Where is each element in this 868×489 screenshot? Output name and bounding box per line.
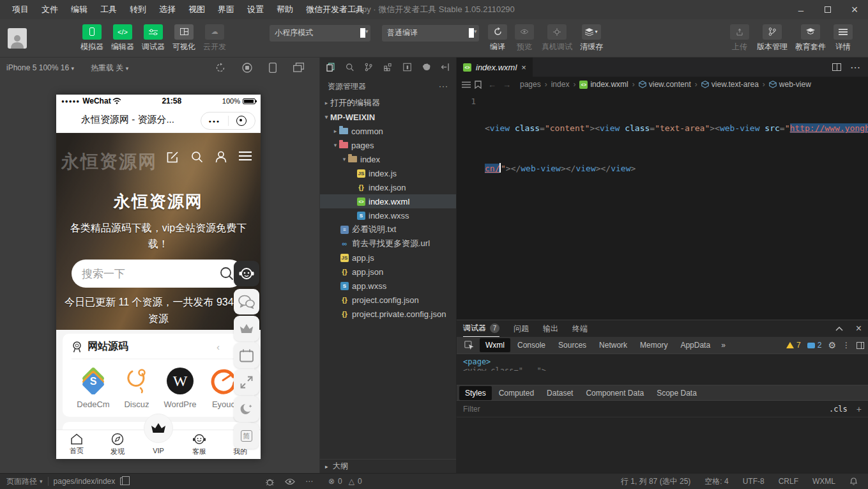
menu-select[interactable]: 选择 [153,1,181,18]
tree-folder-index[interactable]: ▾index [320,152,456,166]
crumb-index[interactable]: index [551,80,570,89]
menu-edit[interactable]: 编辑 [65,1,93,18]
wechat-chat-float-button[interactable] [234,289,259,314]
menu-view[interactable]: 视图 [183,1,211,18]
menu-interface[interactable]: 界面 [212,1,240,18]
tab-output[interactable]: 输出 [543,320,558,337]
encoding-setting[interactable]: UTF-8 [743,477,765,486]
collapse-sidebar-icon[interactable] [441,63,450,72]
tree-file-project-private-config[interactable]: {}project.private.config.json [320,307,456,321]
tab-component-data[interactable]: Component Data [580,386,650,400]
nav-forward-icon[interactable]: → [503,80,511,89]
outline-section[interactable]: ▸大纲 [320,459,456,473]
styles-filter-input[interactable] [463,405,829,414]
visual-toggle-button[interactable]: 可视化 [172,24,195,52]
crumb-view-content[interactable]: view.content [639,80,691,89]
compile-select[interactable]: 普通编译 ▾ [382,25,479,42]
collapse-panel-icon[interactable] [835,327,843,331]
page-path-select[interactable]: 页面路径▾ [6,476,43,487]
tree-file-index-js[interactable]: JSindex.js [320,166,456,180]
inspect-icon[interactable] [464,341,475,350]
editor-more-icon[interactable]: ⋯ [850,61,860,74]
tree-open-editors[interactable]: ▸打开的编辑器 [320,96,456,110]
tab-support[interactable]: 客服 [179,430,220,459]
edu-suite-button[interactable]: 教育套件 [795,24,826,52]
tab-debugger[interactable]: 调试器7 [463,320,499,337]
menu-goto[interactable]: 转到 [124,1,152,18]
tab-scope-data[interactable]: Scope Data [651,386,703,400]
tree-file-project-config[interactable]: {}project.config.json [320,293,456,307]
search-icon[interactable] [346,62,354,72]
tab-dataset[interactable]: Dataset [541,386,579,400]
cursor-position[interactable]: 行 1, 列 87 (选中 25) [621,476,690,487]
warning-counter[interactable]: 7 [786,341,801,350]
message-counter[interactable]: 2 [807,341,822,350]
nav-back-icon[interactable]: ← [488,80,496,89]
upload-button[interactable]: 上传 [730,24,749,52]
crumb-index-wxml[interactable]: <>index.wxml [579,80,628,89]
fullscreen-float-button[interactable] [234,369,259,395]
bug-icon[interactable] [265,477,275,486]
add-style-icon[interactable]: + [857,404,862,414]
translate-float-button[interactable]: 简 [234,423,259,449]
app-item-wordpress[interactable]: W WordPre [158,367,202,409]
devtools-tab-appdata[interactable]: AppData [674,338,716,352]
language-mode[interactable]: WXML [812,477,835,486]
menu-icon[interactable] [239,151,252,161]
tree-file-more-url[interactable]: ∞前去寻找更多资源.url [320,237,456,251]
carousel-prev-button[interactable]: ‹ [217,341,220,352]
devtools-settings-icon[interactable]: ⚙ [828,340,836,350]
preview-button[interactable]: 预览 [515,24,534,52]
close-button[interactable]: × [841,0,868,19]
tree-file-app-wxss[interactable]: Sapp.wxss [320,279,456,293]
search-icon[interactable] [191,151,203,163]
more-status-icon[interactable]: ⋯ [305,477,313,486]
bell-icon[interactable] [849,477,858,486]
source-control-icon[interactable] [365,62,372,72]
exit-button[interactable] [229,116,255,126]
menu-devtools[interactable]: 微信开发者工具 [300,1,370,18]
devtools-menu-icon[interactable]: ⋮ [842,341,850,350]
more-actions-icon[interactable]: ··· [439,82,448,91]
dom-node-page[interactable]: <page> [463,357,862,366]
tree-folder-pages[interactable]: ▾pages [320,138,456,152]
hot-reload-select[interactable]: 热重载 关 ▾ [91,63,128,74]
extensions-icon[interactable] [384,62,392,72]
menu-settings[interactable]: 设置 [241,1,270,18]
devtools-tab-memory[interactable]: Memory [634,338,673,352]
app-item-discuz[interactable]: Discuz [115,367,158,409]
crumb-pages[interactable]: pages [520,80,541,89]
rotate-icon[interactable] [215,63,225,73]
tree-folder-common[interactable]: ▸common [320,124,456,138]
tree-file-app-js[interactable]: JSapp.js [320,251,456,265]
more-button[interactable]: ●●● [201,119,228,123]
tab-computed[interactable]: Computed [493,386,540,400]
device-frame-icon[interactable] [269,63,277,73]
hand-icon[interactable] [422,63,430,72]
edit-icon[interactable] [167,151,179,163]
tab-index-wxml[interactable]: <> index.wxml × [457,58,533,77]
menu-file[interactable]: 文件 [36,1,64,18]
dark-mode-float-button[interactable] [234,396,259,422]
simulator-toggle-button[interactable]: 模拟器 [80,24,103,52]
compile-button[interactable]: 编译 [488,24,507,52]
devtools-tab-wxml[interactable]: Wxml [480,338,510,352]
tab-styles[interactable]: Styles [459,386,492,400]
chatbot-float-button[interactable] [234,261,259,286]
editor-toggle-button[interactable]: </> 编辑器 [111,24,134,52]
crumb-view-text-area[interactable]: view.text-area [701,80,759,89]
search-input[interactable]: 搜索一下 [72,260,244,288]
app-item-dedecms[interactable]: S DedeCm [72,367,115,409]
minimize-button[interactable]: – [788,0,814,19]
devtools-tab-console[interactable]: Console [512,338,551,352]
files-icon[interactable] [326,62,335,72]
mode-select[interactable]: 小程序模式 ▾ [270,25,370,42]
indent-setting[interactable]: 空格: 4 [704,476,728,487]
close-tab-icon[interactable]: × [521,63,526,72]
tree-file-index-json[interactable]: {}index.json [320,180,456,194]
device-debug-button[interactable]: 真机调试 [542,24,572,52]
tree-file-index-wxml[interactable]: <>index.wxml [320,194,456,208]
record-icon[interactable] [242,63,252,73]
multi-window-icon[interactable] [293,63,304,72]
version-button[interactable]: 版本管理 [757,24,788,52]
